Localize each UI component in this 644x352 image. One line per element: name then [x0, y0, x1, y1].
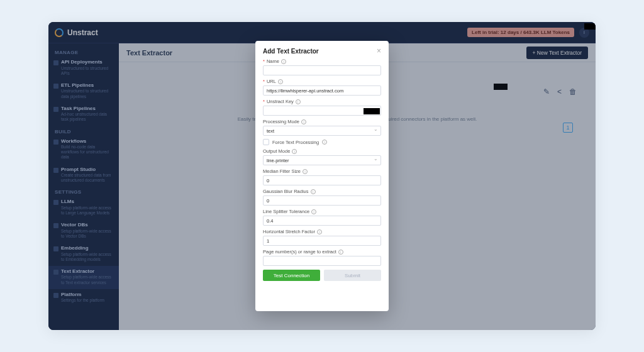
info-icon[interactable]: i — [296, 99, 301, 104]
field-median: Median Filter Sizei — [263, 168, 381, 185]
test-connection-button[interactable]: Test Connection — [263, 270, 320, 281]
modal-head: Add Text Extractor × — [263, 47, 381, 55]
modal-title: Add Text Extractor — [263, 48, 319, 55]
modal: Add Text Extractor × *Namei *URLi *Unstr… — [255, 41, 389, 311]
redacted — [364, 108, 380, 114]
info-icon[interactable]: i — [317, 229, 322, 234]
field-force-text: Force Text Processing i — [263, 139, 381, 145]
field-output-mode: Output Modei — [263, 148, 381, 165]
hstretch-input[interactable] — [263, 236, 381, 246]
info-icon[interactable]: i — [338, 250, 343, 255]
url-input[interactable] — [263, 85, 381, 96]
info-icon[interactable]: i — [311, 189, 316, 194]
modal-overlay: Add Text Extractor × *Namei *URLi *Unstr… — [48, 22, 596, 330]
info-icon[interactable]: i — [301, 119, 306, 124]
line-tolerance-input[interactable] — [263, 216, 381, 226]
info-icon[interactable]: i — [311, 209, 316, 214]
field-url: *URLi — [263, 79, 381, 96]
label: Force Text Processing — [272, 140, 319, 145]
pages-input[interactable] — [263, 256, 381, 266]
info-icon[interactable]: i — [292, 149, 297, 154]
label: Horizontal Stretch Factor — [263, 229, 315, 234]
label: Name — [267, 58, 279, 64]
label: Unstract Key — [267, 99, 294, 104]
field-name: *Namei — [263, 58, 381, 75]
label: Output Mode — [263, 148, 290, 154]
field-hstretch: Horizontal Stretch Factori — [263, 229, 381, 246]
label: Line Splitter Tolerance — [263, 209, 309, 214]
info-icon[interactable]: i — [303, 169, 308, 174]
app-frame: Unstract Left in trial: 12 days / 643.3K… — [48, 22, 596, 330]
field-pages: Page number(s) or range to extracti — [263, 249, 381, 266]
info-icon[interactable]: i — [322, 140, 327, 145]
modal-actions: Test Connection Submit — [263, 270, 381, 281]
processing-mode-select[interactable] — [263, 126, 381, 136]
label: Processing Mode — [263, 119, 299, 124]
close-icon[interactable]: × — [377, 47, 381, 55]
info-icon[interactable]: i — [281, 59, 286, 64]
field-gaussian: Gaussian Blur Radiusi — [263, 189, 381, 206]
label: URL — [267, 79, 276, 84]
info-icon[interactable]: i — [278, 79, 283, 84]
median-input[interactable] — [263, 175, 381, 185]
field-processing-mode: Processing Modei — [263, 119, 381, 136]
label: Median Filter Size — [263, 168, 301, 174]
output-mode-select[interactable] — [263, 155, 381, 165]
force-text-checkbox[interactable] — [263, 139, 269, 145]
submit-button: Submit — [324, 270, 381, 281]
gaussian-input[interactable] — [263, 195, 381, 206]
name-input[interactable] — [263, 65, 381, 75]
field-line-tolerance: Line Splitter Tolerancei — [263, 209, 381, 226]
redacted — [584, 23, 596, 30]
label: Gaussian Blur Radius — [263, 189, 309, 194]
label: Page number(s) or range to extract — [263, 249, 336, 255]
field-key: *Unstract Keyi — [263, 99, 381, 116]
